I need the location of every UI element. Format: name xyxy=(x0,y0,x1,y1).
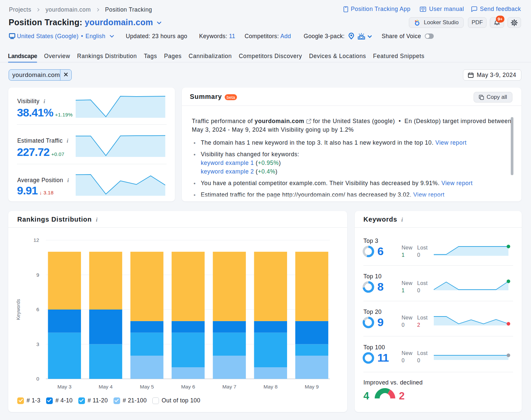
svg-text:Keywords: Keywords xyxy=(16,299,21,320)
svg-text:3: 3 xyxy=(36,341,39,347)
svg-text:12: 12 xyxy=(34,237,39,243)
svg-text:May 4: May 4 xyxy=(99,384,113,389)
svg-text:9: 9 xyxy=(36,272,39,278)
svg-text:May 7: May 7 xyxy=(222,384,236,389)
svg-text:May 6: May 6 xyxy=(181,384,195,389)
svg-text:May 8: May 8 xyxy=(264,384,277,389)
svg-text:May 5: May 5 xyxy=(140,384,154,389)
svg-text:May 3: May 3 xyxy=(57,384,71,389)
svg-text:6: 6 xyxy=(36,307,39,312)
svg-text:May 9: May 9 xyxy=(305,384,319,389)
svg-text:0: 0 xyxy=(36,376,39,382)
